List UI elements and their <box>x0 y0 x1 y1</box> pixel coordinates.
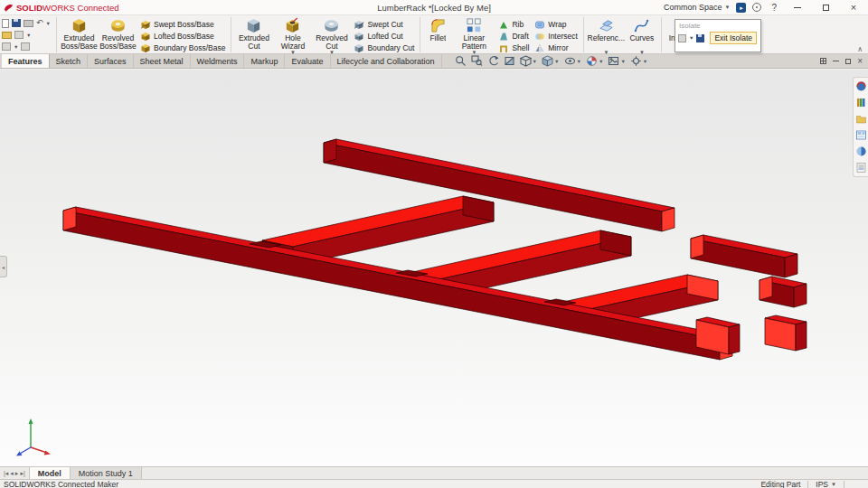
zoom-to-area-button[interactable] <box>471 55 483 67</box>
tab-lifecycle-and-collaboration[interactable]: Lifecycle and Collaboration <box>331 54 442 68</box>
boundary-cut-icon <box>354 43 364 53</box>
chevron-down-icon: ▼ <box>831 482 836 487</box>
tab-motion-study-1[interactable]: Motion Study 1 <box>71 467 142 479</box>
collapse-ribbon-icon[interactable]: ∧ <box>857 45 863 53</box>
chevron-down-icon[interactable]: ▼ <box>46 21 51 26</box>
revolved-cut-button[interactable]: Revolved Cut▼ <box>313 16 350 55</box>
undo-icon[interactable]: ↶ <box>36 19 43 27</box>
close-document-icon[interactable]: × <box>857 57 863 66</box>
view-settings-button[interactable]: ▼ <box>630 55 647 67</box>
hide-show-items-button[interactable]: ▼ <box>564 55 581 67</box>
isolate-options-icon[interactable] <box>678 34 686 42</box>
rebuild-icon[interactable] <box>14 31 24 39</box>
document-title: LumberRack *[Locked By Me] <box>181 3 687 13</box>
swept-boss-base-button[interactable]: Swept Boss/Base <box>138 19 227 30</box>
mirror-button[interactable]: Mirror <box>533 42 580 53</box>
custom-properties-icon[interactable] <box>855 162 867 174</box>
units-selector[interactable]: IPS▼ <box>816 480 836 488</box>
extruded-cut-button[interactable]: Extruded Cut <box>235 16 272 55</box>
extruded-boss-base-button[interactable]: Extruded Boss/Base <box>61 16 98 55</box>
fillet-icon <box>429 17 447 34</box>
boundary-boss-base-button[interactable]: Boundary Boss/Base <box>138 42 227 53</box>
quick-access-toolbar: ↶ ▼ ▼ ▼ <box>2 16 52 52</box>
draft-button[interactable]: Draft <box>496 31 531 42</box>
boundary-cut-button[interactable]: Boundary Cut <box>352 42 416 53</box>
rib-button[interactable]: Rib <box>496 19 531 30</box>
chevron-down-icon[interactable]: ▼ <box>689 35 693 41</box>
lofted-cut-button[interactable]: Lofted Cut <box>352 31 416 42</box>
chevron-down-icon: ▼ <box>620 59 625 64</box>
tab-evaluate[interactable]: Evaluate <box>285 54 330 68</box>
tab-weldments[interactable]: Weldments <box>191 54 245 68</box>
minimize-document-icon[interactable] <box>833 61 839 61</box>
tab-markup[interactable]: Markup <box>244 54 285 68</box>
lumber-rack-model[interactable] <box>0 70 868 466</box>
file-explorer-icon[interactable] <box>855 113 867 125</box>
hole-wizard-icon <box>284 17 301 34</box>
tab-sketch[interactable]: Sketch <box>50 54 89 68</box>
design-library-icon[interactable] <box>855 97 867 108</box>
restore-button[interactable] <box>815 1 836 14</box>
chevron-down-icon: ▼ <box>577 59 581 64</box>
reference-geometry-button[interactable]: Referenc...▼ <box>588 16 625 55</box>
fillet-button[interactable]: Fillet <box>424 16 451 55</box>
hole-wizard-button[interactable]: Hole Wizard▼ <box>274 16 311 55</box>
close-icon: × <box>851 3 856 13</box>
solidworks-resources-icon[interactable] <box>855 80 867 92</box>
split-view-icon[interactable] <box>820 58 826 64</box>
platform-apps-icon[interactable]: ▸ <box>736 3 746 13</box>
save-isolated-view-icon[interactable] <box>696 34 704 42</box>
print-icon[interactable] <box>24 20 33 27</box>
help-button[interactable]: ? <box>768 3 780 13</box>
lofted-boss-base-button[interactable]: Lofted Boss/Base <box>138 31 227 42</box>
appearances-scenes-icon[interactable] <box>855 145 867 157</box>
exit-isolate-button[interactable]: Exit Isolate <box>710 32 757 44</box>
extruded-boss-icon <box>71 17 88 34</box>
tab-features[interactable]: Features <box>2 54 50 68</box>
workspace-selector[interactable]: Common Space▼ <box>664 3 730 12</box>
shell-button[interactable]: Shell <box>496 42 531 53</box>
close-button[interactable]: × <box>843 1 864 14</box>
minimize-button[interactable] <box>787 1 808 14</box>
revolved-boss-base-button[interactable]: Revolved Boss/Base <box>99 16 137 55</box>
tab-sheet-metal[interactable]: Sheet Metal <box>134 54 191 68</box>
next-tab-button[interactable]: ▸ <box>15 470 19 477</box>
first-tab-button[interactable]: |◂ <box>4 470 8 477</box>
feature-manager-flyout-arrow[interactable]: ◂ <box>0 256 7 277</box>
open-folder-icon[interactable] <box>2 32 12 39</box>
save-icon[interactable] <box>12 19 21 27</box>
swept-cut-button[interactable]: Swept Cut <box>352 19 416 30</box>
view-orientation-button[interactable]: ▼ <box>520 55 537 67</box>
restore-document-icon[interactable] <box>845 59 851 64</box>
last-tab-button[interactable]: ▸| <box>20 470 24 477</box>
solidworks-window: SOLIDWORKS Connected LumberRack *[Locked… <box>0 0 868 488</box>
display-style-button[interactable]: ▼ <box>542 55 559 67</box>
restore-icon <box>823 5 829 11</box>
linear-pattern-button[interactable]: Linear Pattern▼ <box>453 16 495 55</box>
zoom-fit-button[interactable] <box>455 55 467 67</box>
previous-tab-button[interactable]: ◂ <box>10 470 14 477</box>
graphics-viewport[interactable]: ◂ <box>0 70 868 466</box>
curves-button[interactable]: Curves▼ <box>627 16 657 55</box>
notifications-icon[interactable] <box>752 3 761 12</box>
intersect-button[interactable]: Intersect <box>533 31 580 42</box>
edit-appearance-button[interactable]: ▼ <box>586 55 603 67</box>
chevron-down-icon[interactable]: ▼ <box>26 33 31 38</box>
hide-show-items-icon <box>564 55 576 67</box>
wrap-button[interactable]: Wrap <box>533 19 580 30</box>
display-settings-icon[interactable] <box>21 42 30 51</box>
isolate-popup: Isolate ▼ Exit Isolate <box>675 19 761 52</box>
status-bar: SOLIDWORKS Connected Maker Editing Part … <box>0 479 868 488</box>
tab-surfaces[interactable]: Surfaces <box>88 54 134 68</box>
options-icon[interactable] <box>2 42 11 51</box>
wrap-intersect-mirror-stack: Wrap Intersect Mirror <box>533 16 580 53</box>
apply-scene-button[interactable]: ▼ <box>608 55 625 67</box>
previous-view-button[interactable] <box>487 55 499 67</box>
view-palette-icon[interactable] <box>855 129 867 141</box>
app-name: SOLIDWORKS Connected <box>16 3 119 13</box>
new-document-icon[interactable] <box>2 19 9 28</box>
chevron-down-icon[interactable]: ▼ <box>14 44 18 50</box>
tab-model[interactable]: Model <box>30 467 71 479</box>
section-view-button[interactable] <box>504 55 515 67</box>
shell-icon <box>498 43 509 53</box>
